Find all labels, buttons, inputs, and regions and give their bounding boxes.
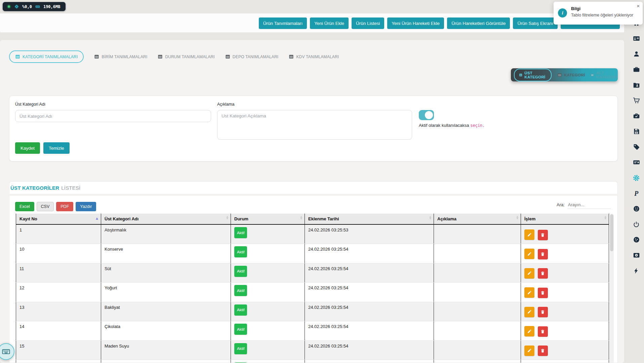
cell-category-name: Süt: [101, 263, 231, 283]
status-badge[interactable]: Aktif: [234, 246, 247, 257]
column-header-category-name[interactable]: Üst Kategori Adı▲▼: [101, 214, 231, 224]
subtab-category[interactable]: KATEGORİ: [557, 73, 585, 77]
delete-button[interactable]: [538, 249, 548, 259]
status-badge[interactable]: Aktif: [234, 285, 247, 296]
sidebar-bolt-icon[interactable]: [633, 267, 640, 274]
table-scrollbar[interactable]: [610, 214, 614, 363]
cell-record-no: 1: [16, 224, 101, 244]
column-header-record-no[interactable]: Kayıt No▲: [16, 214, 101, 224]
cell-description: [434, 321, 521, 341]
tab-warehouse-definitions[interactable]: DEPO TANIMLAMALARI: [225, 54, 279, 59]
edit-button[interactable]: [524, 268, 534, 279]
column-header-status[interactable]: Durum▲▼: [231, 214, 305, 224]
top-category-description-input[interactable]: [217, 110, 412, 140]
toggle-caption: Aktif olarak kullanılacaksa seçin.: [419, 123, 485, 128]
delete-button[interactable]: [538, 346, 548, 356]
toolbar-button-sales-screen[interactable]: Ürün Satış Ekranı: [513, 17, 558, 29]
cpu-usage: %0,0: [22, 4, 32, 9]
delete-button[interactable]: [538, 307, 548, 317]
top-header: Ürün Tanımlamaları Yeni Ürün Ekle Ürün L…: [0, 13, 624, 33]
edit-button[interactable]: [524, 346, 534, 356]
toast-close-icon[interactable]: ×: [637, 3, 640, 9]
clear-button[interactable]: Temizle: [43, 142, 70, 154]
sidebar-parking-p-icon[interactable]: P: [633, 190, 640, 197]
sidebar-save-icon[interactable]: [633, 128, 640, 135]
print-button[interactable]: Yazdır: [76, 202, 96, 211]
edit-button[interactable]: [524, 307, 534, 317]
toolbar-button-view-movements[interactable]: Ürün Hareketleri Görüntüle: [447, 17, 510, 29]
sidebar-gear-icon[interactable]: [633, 174, 640, 181]
keyboard-icon: [2, 347, 10, 356]
tab-status-definitions[interactable]: DURUM TANIMLAMALARI: [158, 54, 214, 59]
edit-button[interactable]: [524, 326, 534, 336]
sidebar-money-check-icon[interactable]: [633, 159, 640, 166]
cell-description: [434, 360, 521, 363]
subtab-sub-category[interactable]: ALT KATEGORİ: [591, 71, 618, 79]
subtab-label: ALT KATEGORİ: [596, 71, 618, 79]
cell-status: Aktif: [231, 263, 305, 283]
delete-button[interactable]: [538, 268, 548, 279]
cell-record-no: 10: [16, 244, 101, 263]
export-excel-button[interactable]: Excel: [15, 202, 34, 211]
online-status-icon: [7, 4, 11, 9]
cell-actions: [521, 302, 609, 321]
table-row: 11 Süt Aktif 24.02.2026 03:25:54: [16, 263, 609, 283]
save-button[interactable]: Kaydet: [15, 142, 40, 154]
cell-category-name: Bakliyat: [101, 302, 231, 321]
status-badge[interactable]: Aktif: [234, 304, 247, 316]
delete-button[interactable]: [538, 230, 548, 240]
sidebar-briefcase-icon[interactable]: [633, 66, 640, 73]
column-header-date-added[interactable]: Eklenme Tarihi▲▼: [305, 214, 434, 224]
export-buttons: Excel CSV PDF Yazdır: [15, 202, 96, 211]
sort-icon: ▲▼: [300, 216, 302, 220]
sidebar-face-icon[interactable]: [633, 205, 640, 212]
toolbar-button-product-list[interactable]: Ürün Listesi: [352, 17, 384, 29]
sidebar-camera-box-icon[interactable]: [633, 252, 640, 259]
edit-button[interactable]: [524, 287, 534, 298]
cell-status: Aktif: [231, 360, 305, 363]
edit-button[interactable]: [524, 249, 534, 259]
sidebar-power-icon[interactable]: [633, 221, 640, 228]
cell-actions: [521, 224, 609, 244]
cell-category-name: Yoğurt: [101, 283, 231, 302]
toolbar-button-product-definitions[interactable]: Ürün Tanımlamaları: [259, 17, 307, 29]
sidebar-circle-dots-icon[interactable]: [633, 236, 640, 243]
tab-unit-definitions[interactable]: BİRİM TANIMLAMALARI: [94, 54, 147, 59]
status-badge[interactable]: Aktif: [234, 324, 247, 335]
sidebar-shopping-cart-icon[interactable]: [633, 97, 640, 104]
status-badge[interactable]: Aktif: [234, 343, 247, 354]
search-input[interactable]: [567, 202, 611, 209]
sidebar-briefcase-check-icon[interactable]: [633, 112, 640, 119]
cell-description: [434, 224, 521, 244]
sidebar-user-icon[interactable]: [633, 50, 640, 58]
tab-label: BİRİM TANIMLAMALARI: [102, 55, 147, 59]
delete-button[interactable]: [538, 326, 548, 337]
tab-category-definitions[interactable]: KATEGORİ TANIMLAMALARI: [9, 50, 84, 63]
active-toggle[interactable]: [419, 110, 434, 120]
app-root: %0,0 190,6MB Ürün Tanımlamaları Yeni Ürü…: [0, 0, 644, 363]
tab-label: KDV TANIMLAMALARI: [296, 55, 339, 59]
sidebar-tag-icon[interactable]: [633, 143, 640, 150]
toolbar-button-add-movement[interactable]: Yeni Ürün Hareketi Ekle: [387, 17, 444, 29]
export-csv-button[interactable]: CSV: [37, 202, 54, 211]
cell-date-added: 24.02.2026 03:25:54: [305, 283, 434, 302]
scrollbar-thumb[interactable]: [610, 214, 613, 251]
status-badge[interactable]: Aktif: [234, 227, 247, 238]
status-badge[interactable]: Aktif: [234, 266, 247, 277]
top-category-name-input[interactable]: [15, 110, 211, 122]
subtab-top-category[interactable]: ÜST KATEGORİ: [514, 69, 552, 81]
edit-button[interactable]: [524, 229, 534, 240]
toolbar-button-add-product[interactable]: Yeni Ürün Ekle: [310, 17, 349, 29]
sidebar-folder-user-icon[interactable]: [633, 81, 640, 88]
tab-vat-definitions[interactable]: KDV TANIMLAMALARI: [289, 54, 339, 59]
column-header-actions[interactable]: İşlem▲▼: [521, 214, 609, 224]
cell-date-added: 24.02.2026 03:25:54: [305, 321, 434, 341]
sort-icon: ▲▼: [605, 216, 606, 220]
cell-description: [434, 340, 521, 360]
export-pdf-button[interactable]: PDF: [56, 202, 73, 211]
delete-button[interactable]: [538, 288, 548, 298]
sidebar-address-card-icon[interactable]: [633, 35, 640, 42]
cell-category-name: Maden Suyu: [101, 340, 231, 360]
column-header-description[interactable]: Açıklama▲▼: [434, 214, 521, 224]
cell-description: [434, 283, 521, 302]
